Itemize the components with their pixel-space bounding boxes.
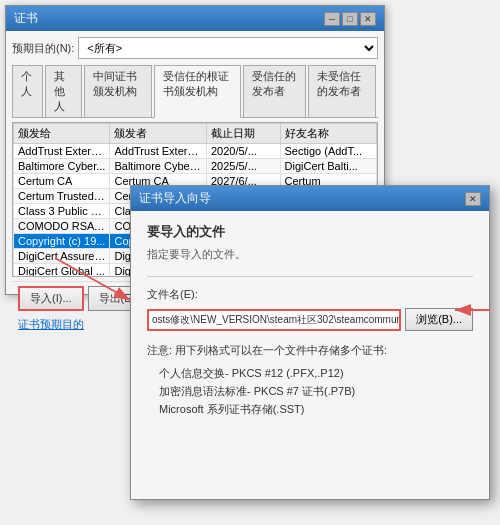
col-issued-to[interactable]: 颁发给 [14,124,110,144]
purpose-select[interactable]: <所有> [78,37,378,59]
titlebar-controls: ─ □ ✕ [324,12,376,26]
col-issuer[interactable]: 颁发者 [110,124,206,144]
wizard-body: 要导入的文件 指定要导入的文件。 文件名(E): osts修改\NEW_VERS… [131,211,489,432]
wizard-close-btn[interactable]: ✕ [465,192,481,206]
wizard-heading: 要导入的文件 [147,223,473,241]
tab-trusted-publishers[interactable]: 受信任的发布者 [243,65,305,117]
wizard-titlebar-controls: ✕ [465,192,481,206]
browse-button[interactable]: 浏览(B)... [405,308,473,331]
maximize-btn[interactable]: □ [342,12,358,26]
format-item-pfx: 个人信息交换- PKCS #12 (.PFX,.P12) [159,366,473,381]
wizard-subheading: 指定要导入的文件。 [147,247,473,262]
wizard-title-label: 证书导入向导 [139,190,211,207]
file-path-text: osts修改\NEW_VERSION\steam社区302\steamcommu… [152,313,401,327]
format-item-p7b: 加密消息语法标准- PKCS #7 证书(.P7B) [159,384,473,399]
format-list: 个人信息交换- PKCS #12 (.PFX,.P12) 加密消息语法标准- P… [159,366,473,417]
file-input-row: osts修改\NEW_VERSION\steam社区302\steamcommu… [147,308,473,331]
table-row[interactable]: Baltimore Cyber...Baltimore CyberTru...2… [14,159,377,174]
wizard-divider [147,276,473,277]
purpose-row: 预期目的(N): <所有> [12,37,378,59]
file-label: 文件名(E): [147,287,473,302]
import-button[interactable]: 导入(I)... [18,286,84,311]
tabs-bar: 个人 其他人 中间证书颁发机构 受信任的根证书颁发机构 受信任的发布者 未受信任… [12,65,378,118]
file-path-input[interactable]: osts修改\NEW_VERSION\steam社区302\steamcommu… [147,309,401,331]
close-btn[interactable]: ✕ [360,12,376,26]
import-wizard-window: 证书导入向导 ✕ 要导入的文件 指定要导入的文件。 文件名(E): osts修改… [130,185,490,500]
tab-trusted-root[interactable]: 受信任的根证书颁发机构 [154,65,241,118]
minimize-btn[interactable]: ─ [324,12,340,26]
table-row[interactable]: AddTrust External...AddTrust External...… [14,144,377,159]
wizard-titlebar: 证书导入向导 ✕ [131,186,489,211]
tab-intermediate[interactable]: 中间证书颁发机构 [84,65,152,117]
cert-manager-title: 证书 [14,10,38,27]
purpose-label: 预期目的(N): [12,41,74,56]
cert-purpose-link[interactable]: 证书预期目的 [18,318,84,330]
tab-others[interactable]: 其他人 [45,65,82,117]
tab-untrusted[interactable]: 未受信任的发布者 [308,65,376,117]
col-friendly[interactable]: 好友名称 [280,124,377,144]
col-expiry[interactable]: 截止日期 [206,124,280,144]
note-text: 注意: 用下列格式可以在一个文件中存储多个证书: [147,343,473,358]
cert-manager-titlebar: 证书 ─ □ ✕ [6,6,384,31]
tab-personal[interactable]: 个人 [12,65,43,117]
format-item-sst: Microsoft 系列证书存储(.SST) [159,402,473,417]
